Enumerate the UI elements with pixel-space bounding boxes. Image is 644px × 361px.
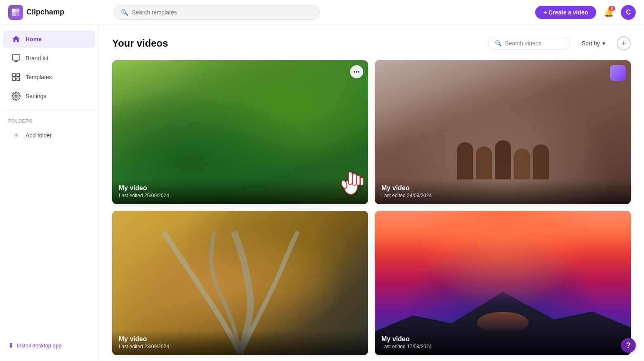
logo-area: Clipchamp (8, 5, 107, 20)
svg-rect-0 (12, 8, 16, 12)
add-folder-item[interactable]: + Add folder (3, 127, 95, 144)
sidebar-bottom: ⬇ Install desktop app (0, 335, 99, 356)
svg-rect-1 (16, 8, 19, 12)
svg-point-9 (15, 95, 17, 97)
folders-label: FOLDERS (0, 116, 99, 126)
svg-rect-8 (17, 78, 19, 80)
topbar: Clipchamp 🔍 + Create a video 🔔 2 C (0, 0, 644, 25)
svg-rect-7 (13, 78, 15, 80)
download-icon: ⬇ (8, 342, 14, 349)
svg-rect-2 (12, 12, 16, 16)
svg-rect-4 (12, 55, 20, 60)
sidebar-item-home[interactable]: Home (3, 31, 95, 48)
search-videos-icon: 🔍 (495, 40, 502, 47)
main-layout: Home Brand kit Templates (0, 25, 644, 361)
brand-kit-icon (12, 54, 21, 63)
search-videos-bar[interactable]: 🔍 Search videos (488, 37, 570, 50)
page-title: Your videos (112, 38, 168, 49)
sidebar-item-brand-label: Brand kit (26, 55, 48, 61)
video-card-2[interactable]: My video Last edited 24/09/2024 (375, 60, 631, 204)
video-title-4: My video (381, 335, 624, 343)
settings-icon (12, 92, 21, 101)
svg-rect-3 (16, 12, 19, 16)
content-header: Your videos 🔍 Search videos Sort by ▾ + (112, 36, 631, 50)
video-title-1: My video (119, 184, 362, 192)
clipchamp-logo-icon (8, 5, 23, 20)
app-name: Clipchamp (26, 8, 64, 17)
video-date-1: Last edited 25/09/2024 (119, 193, 362, 198)
search-videos-label: Search videos (505, 40, 542, 47)
sidebar-item-home-label: Home (26, 36, 42, 42)
notifications-button[interactable]: 🔔 2 (601, 5, 616, 20)
create-video-button[interactable]: + Create a video (535, 6, 596, 19)
add-folder-label: Add folder (26, 132, 52, 139)
plus-icon: + (621, 39, 626, 47)
add-folder-icon: + (12, 131, 21, 140)
svg-rect-6 (17, 74, 19, 76)
video-date-4: Last edited 17/09/2024 (381, 344, 624, 349)
dots-icon: ••• (353, 69, 360, 75)
video-date-3: Last edited 23/09/2024 (119, 344, 362, 349)
video-card-1[interactable]: ••• My video Last edited 25/09/2024 (112, 60, 368, 204)
sidebar: Home Brand kit Templates (0, 25, 99, 361)
home-icon (12, 35, 21, 44)
install-desktop-link[interactable]: ⬇ Install desktop app (8, 342, 90, 349)
sidebar-item-settings-label: Settings (26, 93, 47, 99)
card-info-2: My video Last edited 24/09/2024 (375, 179, 631, 204)
header-right: 🔍 Search videos Sort by ▾ + (488, 36, 631, 50)
video-card-4[interactable]: My video Last edited 17/09/2024 (375, 211, 631, 355)
sidebar-item-templates-label: Templates (26, 74, 52, 80)
main-content: Your videos 🔍 Search videos Sort by ▾ + (99, 25, 644, 361)
templates-icon (12, 73, 21, 82)
search-icon: 🔍 (121, 9, 129, 16)
install-label: Install desktop app (17, 342, 61, 349)
video-card-menu-button-1[interactable]: ••• (350, 65, 363, 78)
add-video-button[interactable]: + (617, 36, 631, 50)
sort-by-button[interactable]: Sort by ▾ (577, 37, 610, 50)
video-title-3: My video (119, 335, 362, 343)
question-mark-icon: ? (626, 341, 631, 350)
video-card-3[interactable]: My video Last edited 23/09/2024 (112, 211, 368, 355)
help-button[interactable]: ? (621, 338, 636, 353)
video-grid: ••• My video Last edited 25/09/2024 (112, 60, 631, 355)
sidebar-item-templates[interactable]: Templates (3, 68, 95, 86)
chevron-down-icon: ▾ (602, 40, 605, 47)
video-date-2: Last edited 24/09/2024 (381, 193, 624, 198)
sidebar-item-settings[interactable]: Settings (3, 87, 95, 105)
notification-badge: 2 (609, 6, 615, 11)
avatar[interactable]: C (621, 5, 636, 20)
video-card-badge-2 (610, 65, 626, 81)
template-search-bar[interactable]: 🔍 (114, 5, 320, 20)
card-info-3: My video Last edited 23/09/2024 (112, 330, 368, 355)
sort-by-label: Sort by (582, 40, 600, 47)
card-info-4: My video Last edited 17/09/2024 (375, 330, 631, 355)
template-search-input[interactable] (132, 9, 313, 16)
svg-rect-5 (13, 74, 15, 76)
card-info-1: My video Last edited 25/09/2024 (112, 179, 368, 204)
topbar-right: + Create a video 🔔 2 C (535, 5, 636, 20)
sidebar-divider (3, 111, 95, 111)
sidebar-item-brand-kit[interactable]: Brand kit (3, 50, 95, 67)
video-title-2: My video (381, 184, 624, 192)
